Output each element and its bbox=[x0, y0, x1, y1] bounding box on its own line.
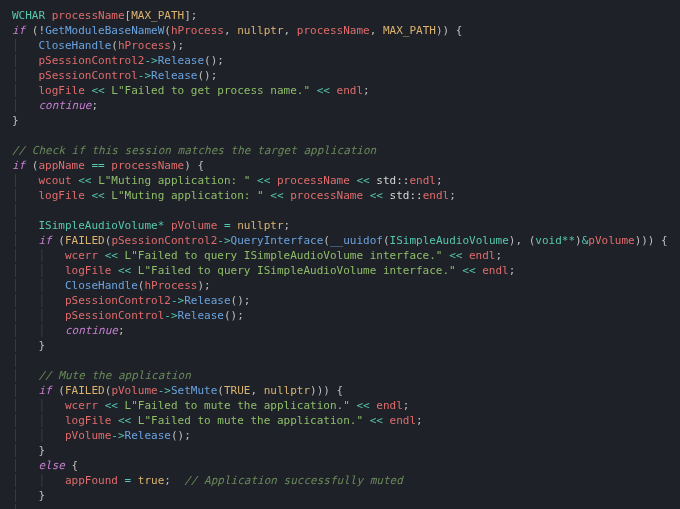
token-punc: (); bbox=[231, 294, 251, 307]
token-str: L"Failed to get process name." bbox=[111, 84, 310, 97]
token-kw: continue bbox=[39, 99, 92, 112]
code-line: │ │ if (FAILED(pSessionControl2->QueryIn… bbox=[12, 233, 668, 248]
code-line: │ │ wcout << L"Muting application: " << … bbox=[12, 173, 668, 188]
token-var: pVolume bbox=[588, 234, 634, 247]
token-var: logFile bbox=[65, 264, 111, 277]
token-var: endl bbox=[469, 249, 496, 262]
token-punc bbox=[330, 84, 337, 97]
token-punc bbox=[383, 414, 390, 427]
code-line: │ │ │ │ pSessionControl2->Release(); bbox=[12, 293, 668, 308]
token-mac: MAX_PATH bbox=[383, 24, 436, 37]
line-content: │ │ continue; bbox=[12, 324, 125, 337]
line-content: │ pSessionControl2->Release(); bbox=[12, 54, 224, 67]
token-var: processName bbox=[290, 189, 363, 202]
line-content: │ bbox=[12, 354, 25, 367]
token-var: wcout bbox=[39, 174, 72, 187]
token-var: wcerr bbox=[65, 399, 98, 412]
token-op: -> bbox=[158, 384, 171, 397]
token-fn: CloseHandle bbox=[39, 39, 112, 52]
line-content: WCHAR processName[MAX_PATH]; bbox=[12, 9, 197, 22]
code-line: │ │ │ │ pSessionControl->Release(); bbox=[12, 308, 668, 323]
token-op: -> bbox=[144, 54, 157, 67]
token-var: logFile bbox=[39, 189, 85, 202]
token-var: logFile bbox=[39, 84, 85, 97]
token-fn: GetModuleBaseNameW bbox=[45, 24, 164, 37]
token-var: hProcess bbox=[171, 24, 224, 37]
token-punc: ; bbox=[363, 84, 370, 97]
code-line: if (!GetModuleBaseNameW(hProcess, nullpt… bbox=[12, 23, 668, 38]
token-punc bbox=[111, 414, 118, 427]
token-fn: Release bbox=[151, 69, 197, 82]
token-op: << bbox=[356, 399, 369, 412]
token-mac: MAX_PATH bbox=[131, 9, 184, 22]
line-content: // Check if this session matches the tar… bbox=[12, 144, 376, 157]
token-punc bbox=[98, 249, 105, 262]
token-punc: ))) { bbox=[310, 384, 343, 397]
token-op: << bbox=[91, 189, 104, 202]
token-punc bbox=[19, 504, 26, 509]
code-line: │ │ } bbox=[12, 443, 668, 458]
token-var: pVolume bbox=[171, 219, 217, 232]
line-content: │ │ wcerr << L"Failed to mute the applic… bbox=[12, 399, 409, 412]
code-line: // Check if this session matches the tar… bbox=[12, 143, 668, 158]
line-content bbox=[12, 129, 19, 142]
token-punc bbox=[111, 264, 118, 277]
token-var: processName bbox=[52, 9, 125, 22]
token-var: processName bbox=[297, 24, 370, 37]
line-content: │ bbox=[12, 204, 25, 217]
code-line: │ │ // Mute the application bbox=[12, 368, 668, 383]
token-fn: Release bbox=[158, 54, 204, 67]
token-ns: std:: bbox=[390, 189, 423, 202]
token-punc: (); bbox=[204, 54, 224, 67]
token-punc: } bbox=[12, 114, 19, 127]
line-content: │ if (FAILED(pSessionControl2->QueryInte… bbox=[12, 234, 668, 247]
token-str: L"Failed to query ISimpleAudioVolume int… bbox=[125, 249, 443, 262]
code-line: │ │ } bbox=[12, 488, 668, 503]
token-fn: QueryInterface bbox=[231, 234, 324, 247]
token-op: << bbox=[257, 174, 270, 187]
token-str: L"Failed to mute the application." bbox=[125, 399, 350, 412]
line-content: │ logFile << L"Failed to get process nam… bbox=[12, 84, 370, 97]
code-line: │ │ ISimpleAudioVolume* pVolume = nullpt… bbox=[12, 218, 668, 233]
line-content: │ } bbox=[12, 339, 45, 352]
line-content: if (appName == processName) { bbox=[12, 159, 204, 172]
token-punc: ( bbox=[25, 159, 38, 172]
line-content: │ } bbox=[12, 444, 45, 457]
line-content: │ │ logFile << L"Failed to query ISimple… bbox=[12, 264, 515, 277]
token-punc: (); bbox=[171, 429, 191, 442]
code-line: } bbox=[12, 113, 668, 128]
token-punc bbox=[131, 474, 138, 487]
token-str: L"Muting application: " bbox=[98, 174, 250, 187]
token-str: L"Failed to mute the application." bbox=[138, 414, 363, 427]
token-punc: ), ( bbox=[509, 234, 536, 247]
token-op: << bbox=[449, 249, 462, 262]
token-punc bbox=[164, 219, 171, 232]
token-punc: ( bbox=[217, 384, 224, 397]
token-type: ISimpleAudioVolume bbox=[390, 234, 509, 247]
token-var: endl bbox=[376, 399, 403, 412]
token-fn: __uuidof bbox=[330, 234, 383, 247]
token-punc: ( bbox=[323, 234, 330, 247]
token-punc bbox=[383, 189, 390, 202]
token-op: << bbox=[105, 399, 118, 412]
line-content: │ │ appFound = true; // Application succ… bbox=[12, 474, 403, 487]
token-punc bbox=[45, 9, 52, 22]
token-punc: } bbox=[39, 339, 46, 352]
token-var: endl bbox=[409, 174, 436, 187]
token-mac: FAILED bbox=[65, 384, 105, 397]
token-var: hProcess bbox=[118, 39, 171, 52]
code-line: │ │ pSessionControl2->Release(); bbox=[12, 53, 668, 68]
token-op: << bbox=[462, 264, 475, 277]
token-punc: ; bbox=[118, 324, 125, 337]
token-punc: ; bbox=[509, 264, 516, 277]
line-content: │ │ wcerr << L"Failed to query ISimpleAu… bbox=[12, 249, 502, 262]
token-var: pSessionControl2 bbox=[39, 54, 145, 67]
token-punc: ) bbox=[575, 234, 582, 247]
token-ns: std:: bbox=[376, 174, 409, 187]
line-content: │ │ pSessionControl->Release(); bbox=[12, 309, 244, 322]
line-content: │ continue; bbox=[12, 99, 98, 112]
token-var: pSessionControl bbox=[65, 309, 164, 322]
token-punc: ; bbox=[284, 219, 291, 232]
line-content: │ pSessionControl->Release(); bbox=[12, 69, 217, 82]
token-punc bbox=[217, 219, 224, 232]
